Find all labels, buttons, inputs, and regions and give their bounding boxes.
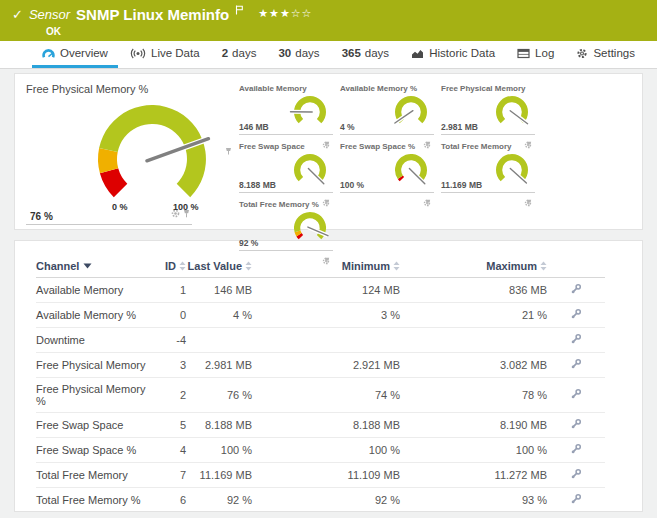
priority-flag-icon[interactable] xyxy=(235,1,244,19)
table-row: Total Free Memory %692 %92 %93 % xyxy=(36,488,605,513)
channel-settings-wrench-icon[interactable] xyxy=(547,328,605,353)
tab-365-days[interactable]: 365days xyxy=(332,41,399,68)
main-gauge xyxy=(76,97,228,209)
mini-gauge xyxy=(388,91,432,131)
cell-last: 100 % xyxy=(186,438,252,463)
tab-log[interactable]: Log xyxy=(507,41,564,68)
tab-label-strong: 30 xyxy=(278,47,291,59)
tile-value: 100 % xyxy=(340,180,364,190)
cell-min: 124 MB xyxy=(252,278,400,303)
needle-tip-pin-icon xyxy=(225,141,232,159)
main-gauge-value: 76 % xyxy=(30,211,53,222)
table-row: Free Swap Space58.188 MB8.188 MB8.190 MB xyxy=(36,413,605,438)
gauge-tile-total-free-memory-: Total Free Memory %92 % xyxy=(239,199,333,251)
gauge-tile-free-swap-space-: Free Swap Space %100 % xyxy=(340,141,434,193)
cell-min: 3 % xyxy=(252,303,400,328)
sort-desc-icon xyxy=(83,263,92,269)
cell-id: 3 xyxy=(156,353,186,378)
tab-label: Log xyxy=(535,47,554,59)
channel-settings-wrench-icon[interactable] xyxy=(547,488,605,513)
gauge-pin-icon[interactable] xyxy=(183,204,190,222)
channel-settings-wrench-icon[interactable] xyxy=(547,378,605,413)
channel-settings-wrench-icon[interactable] xyxy=(547,278,605,303)
cell-channel: Available Memory % xyxy=(36,303,156,328)
sort-icon xyxy=(540,261,547,271)
tile-value: 146 MB xyxy=(239,122,269,132)
tile-value: 11.169 MB xyxy=(441,180,482,190)
channel-settings-wrench-icon[interactable] xyxy=(547,463,605,488)
cell-last: 11.169 MB xyxy=(186,463,252,488)
cell-last: 4 % xyxy=(186,303,252,328)
cell-id: 7 xyxy=(156,463,186,488)
mini-gauge xyxy=(287,207,331,247)
tab-label: Live Data xyxy=(151,47,200,59)
channel-settings-wrench-icon[interactable] xyxy=(547,438,605,463)
tab-30-days[interactable]: 30days xyxy=(268,41,329,68)
cell-id: 0 xyxy=(156,303,186,328)
cell-min: 8.188 MB xyxy=(252,413,400,438)
table-row: Free Physical Memory32.981 MB2.921 MB3.0… xyxy=(36,353,605,378)
gauge-settings-gear-icon[interactable] xyxy=(171,204,180,222)
tab-overview[interactable]: Overview xyxy=(32,41,118,68)
col-header-maximum[interactable]: Maximum xyxy=(400,257,547,278)
sensor-title: SNMP Linux Meminfo xyxy=(76,6,229,23)
tab-2-days[interactable]: 2days xyxy=(212,41,267,68)
cell-min: 92 % xyxy=(252,488,400,513)
mini-gauge xyxy=(287,91,331,131)
gauge-tile-total-free-memory: Total Free Memory11.169 MB xyxy=(441,141,535,193)
cell-max: 21 % xyxy=(400,303,547,328)
table-row: Available Memory1146 MB124 MB836 MB xyxy=(36,278,605,303)
cell-max: 93 % xyxy=(400,488,547,513)
cell-max: 3.082 MB xyxy=(400,353,547,378)
cell-max xyxy=(400,328,547,353)
cell-min: 2.921 MB xyxy=(252,353,400,378)
tab-label: days xyxy=(232,47,256,59)
cell-id: 6 xyxy=(156,488,186,513)
channel-table-panel: Channel ID Last Value Minimum Maximum Av… xyxy=(14,240,643,512)
channel-settings-wrench-icon[interactable] xyxy=(547,413,605,438)
cell-channel: Total Free Memory % xyxy=(36,488,156,513)
channel-table: Channel ID Last Value Minimum Maximum Av… xyxy=(36,257,605,512)
mini-gauge xyxy=(489,149,533,189)
overview-content: Free Physical Memory % 0 % 100 % 76 % Av… xyxy=(0,69,657,512)
settings-tab-icon xyxy=(576,48,588,59)
col-header-channel[interactable]: Channel xyxy=(36,257,156,278)
cell-max: 78 % xyxy=(400,378,547,413)
tab-label-strong: 2 xyxy=(222,47,228,59)
cell-id: -4 xyxy=(156,328,186,353)
cell-last: 2.981 MB xyxy=(186,353,252,378)
sensor-header: ✓ Sensor SNMP Linux Meminfo ★★★☆☆ OK xyxy=(0,0,657,41)
col-header-id[interactable]: ID xyxy=(156,257,186,278)
cell-min: 74 % xyxy=(252,378,400,413)
channel-settings-wrench-icon[interactable] xyxy=(547,353,605,378)
sort-icon xyxy=(179,261,186,271)
cell-max: 8.190 MB xyxy=(400,413,547,438)
cell-channel: Free Swap Space xyxy=(36,413,156,438)
table-row: Available Memory %04 %3 %21 % xyxy=(36,303,605,328)
sort-icon xyxy=(393,261,400,271)
tab-label: days xyxy=(365,47,389,59)
mini-gauge xyxy=(489,91,533,131)
channel-table-header-row: Channel ID Last Value Minimum Maximum xyxy=(36,257,605,278)
col-header-last-value[interactable]: Last Value xyxy=(186,257,252,278)
tile-value: 4 % xyxy=(340,122,355,132)
tab-historic-data[interactable]: Historic Data xyxy=(401,41,505,68)
tab-label: Historic Data xyxy=(429,47,495,59)
tile-value: 92 % xyxy=(239,238,258,248)
gauges-panel: Free Physical Memory % 0 % 100 % 76 % Av… xyxy=(14,73,643,230)
cell-max: 836 MB xyxy=(400,278,547,303)
cell-channel: Free Physical Memory xyxy=(36,353,156,378)
channel-settings-wrench-icon[interactable] xyxy=(547,303,605,328)
object-type-label: Sensor xyxy=(29,7,70,22)
sensor-status-badge: OK xyxy=(46,26,657,37)
table-row: Free Swap Space %4100 %100 %100 % xyxy=(36,438,605,463)
gauge-tile-available-memory-: Available Memory %4 % xyxy=(340,83,434,135)
tab-live-data[interactable]: Live Data xyxy=(120,41,210,68)
sort-icon xyxy=(245,261,252,271)
cell-channel: Downtime xyxy=(36,328,156,353)
cell-min: 100 % xyxy=(252,438,400,463)
tab-settings[interactable]: Settings xyxy=(566,41,645,68)
cell-last: 92 % xyxy=(186,488,252,513)
priority-stars[interactable]: ★★★☆☆ xyxy=(258,7,312,20)
cell-channel: Available Memory xyxy=(36,278,156,303)
